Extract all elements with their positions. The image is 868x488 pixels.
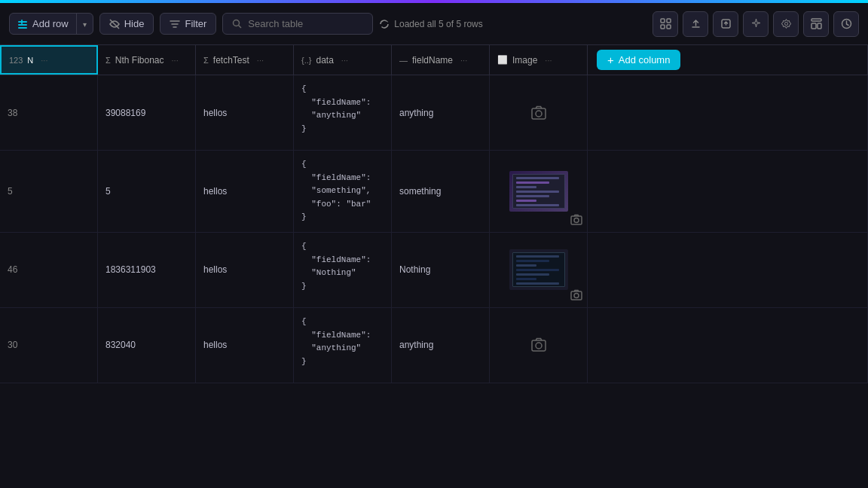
col-num-options[interactable]: ··· xyxy=(41,56,47,65)
cell-data-4: { "fieldName": "anything" } xyxy=(294,308,392,383)
camera-icon-3[interactable] xyxy=(570,289,582,301)
thumb-line xyxy=(516,181,549,184)
share-up-button[interactable] xyxy=(683,11,708,37)
thumb-inner-3 xyxy=(512,252,565,287)
svg-rect-16 xyxy=(532,108,546,119)
delete-icon-2[interactable] xyxy=(628,185,640,197)
layout-button[interactable] xyxy=(803,11,829,37)
col-fib-options[interactable]: ··· xyxy=(172,56,179,65)
col-field-options[interactable]: ··· xyxy=(460,56,467,65)
copy-icon-3[interactable] xyxy=(610,264,622,276)
image-thumbnail-2[interactable] xyxy=(509,171,568,212)
settings-alt-button[interactable] xyxy=(773,11,799,37)
filter-label: Filter xyxy=(185,18,206,29)
add-column-button[interactable]: + Add column xyxy=(597,50,680,70)
cell-data-2: { "fieldName": "something", "foo": "bar"… xyxy=(294,151,392,232)
thumb-line xyxy=(516,200,536,202)
cell-data-3: { "fieldName": "Nothing" } xyxy=(294,233,392,307)
col-header-field[interactable]: — fieldName ··· xyxy=(392,45,490,75)
thumb-line xyxy=(516,204,560,206)
col-image-options[interactable]: ··· xyxy=(545,56,552,65)
fetch-value: hellos xyxy=(203,264,227,275)
delete-icon-4[interactable] xyxy=(628,339,640,351)
search-box[interactable] xyxy=(222,13,373,35)
cell-num-2: 5 xyxy=(0,151,98,232)
filter-icon xyxy=(170,19,180,29)
camera-icon[interactable] xyxy=(531,105,546,120)
export-button[interactable] xyxy=(713,11,738,37)
copy-icon-4[interactable] xyxy=(610,339,622,351)
add-row-caret[interactable]: ▾ xyxy=(77,14,93,34)
hide-label: Hide xyxy=(124,18,145,29)
col-data-options[interactable]: ··· xyxy=(341,56,348,65)
copy-icon-2[interactable] xyxy=(610,185,622,197)
col-field-label: fieldName xyxy=(412,55,453,66)
more-icon-1[interactable]: ··· xyxy=(595,107,604,118)
more-icon-3[interactable]: ··· xyxy=(595,264,604,276)
add-row-main[interactable]: Add row xyxy=(10,14,77,34)
cell-fetch-4: hellos xyxy=(196,308,294,383)
svg-point-4 xyxy=(234,20,240,26)
more-icon-4[interactable]: ··· xyxy=(595,340,604,351)
col-header-image[interactable]: ⬜ Image ··· xyxy=(490,45,588,75)
col-fetch-options[interactable]: ··· xyxy=(257,56,264,65)
cell-image-4[interactable] xyxy=(490,308,588,383)
table-row: 5 5 hellos { "fieldName": "something", "… xyxy=(0,151,868,233)
more-icon-2[interactable]: ··· xyxy=(595,185,604,197)
cell-image-1[interactable] xyxy=(490,75,588,150)
settings-alt-icon xyxy=(781,18,792,29)
cell-actions-4: ··· xyxy=(588,308,868,383)
magic-button[interactable] xyxy=(743,11,769,37)
svg-rect-14 xyxy=(818,23,821,29)
cell-data-1: { "fieldName": "anything" } xyxy=(294,75,392,150)
config-button[interactable] xyxy=(833,11,859,37)
copy-icon-1[interactable] xyxy=(610,107,622,119)
table-row: 30 832040 hellos { "fieldName": "anythin… xyxy=(0,308,868,383)
toolbar-right xyxy=(653,11,859,37)
delete-icon-3[interactable] xyxy=(628,264,640,276)
loaded-text: Loaded all 5 of 5 rows xyxy=(394,19,482,29)
cell-image-2[interactable] xyxy=(490,151,588,232)
svg-line-5 xyxy=(239,26,242,29)
filter-button[interactable]: Filter xyxy=(160,13,216,35)
field-value: something xyxy=(399,186,441,197)
col-header-data[interactable]: {..} data ··· xyxy=(294,45,392,75)
data-value: { "fieldName": "anything" } xyxy=(301,316,371,368)
svg-point-23 xyxy=(574,293,579,297)
cell-field-2: something xyxy=(392,151,490,232)
col-header-fib[interactable]: Σ Nth Fibonac ··· xyxy=(98,45,196,75)
col-header-num[interactable]: 123 N ··· xyxy=(0,45,98,75)
data-value: { "fieldName": "something", "foo": "bar"… xyxy=(301,158,371,224)
hide-button[interactable]: Hide xyxy=(99,13,154,35)
camera-icon-2[interactable] xyxy=(570,214,582,226)
column-header-row: 123 N ··· Σ Nth Fibonac ··· Σ fetchTest … xyxy=(0,45,868,75)
grid-icon xyxy=(660,18,671,29)
thumb-line xyxy=(516,191,560,193)
camera-icon-4[interactable] xyxy=(531,337,546,352)
cell-field-4: anything xyxy=(392,308,490,383)
thumb-line xyxy=(516,177,560,179)
row-num-value: 46 xyxy=(8,264,17,275)
config-icon xyxy=(841,18,852,29)
thumb-line xyxy=(516,269,560,271)
cell-fib-4: 832040 xyxy=(98,308,196,383)
add-row-button[interactable]: Add row ▾ xyxy=(9,13,93,35)
thumb-line xyxy=(516,282,560,285)
cell-num-4: 30 xyxy=(0,308,98,383)
svg-rect-9 xyxy=(667,25,671,29)
image-thumbnail-3[interactable] xyxy=(509,249,568,290)
cell-image-3[interactable] xyxy=(490,233,588,307)
toolbar: Add row ▾ Hide Filter Loaded all 5 of 5 … xyxy=(0,3,868,45)
cell-fetch-2: hellos xyxy=(196,151,294,232)
delete-icon-1[interactable] xyxy=(628,107,640,119)
thumb-inner-2 xyxy=(512,174,565,209)
svg-point-11 xyxy=(784,23,787,26)
cell-fetch-1: hellos xyxy=(196,75,294,150)
svg-rect-1 xyxy=(18,24,27,26)
add-row-label: Add row xyxy=(32,18,69,29)
add-row-icon xyxy=(17,19,28,29)
col-header-fetch[interactable]: Σ fetchTest ··· xyxy=(196,45,294,75)
search-input[interactable] xyxy=(248,18,353,29)
col-header-add[interactable]: + Add column xyxy=(588,45,868,75)
grid-view-button[interactable] xyxy=(653,11,678,37)
